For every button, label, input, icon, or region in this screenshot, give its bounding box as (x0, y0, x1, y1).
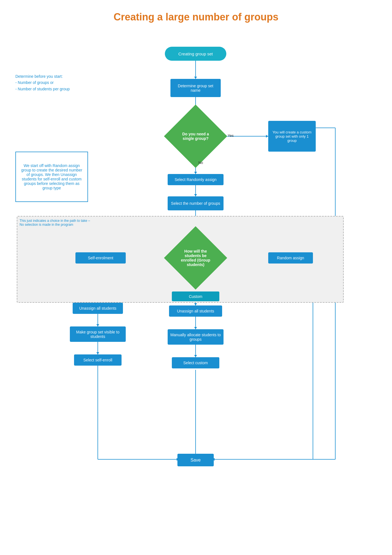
svg-marker-27 (96, 352, 99, 354)
select-self-enroll-box: Select self-enroll (74, 354, 122, 366)
make-visible-box: Make group set visible to students (70, 326, 126, 342)
svg-marker-36 (194, 355, 197, 357)
yes-label: Yes (228, 133, 234, 138)
save-box[interactable]: Save (177, 454, 214, 466)
svg-marker-25 (96, 324, 99, 326)
dashed-note: This just indicates a choice in the path… (20, 219, 131, 227)
creating-group-set-box: Creating group set (165, 47, 226, 61)
svg-marker-11 (194, 172, 197, 174)
self-enrolment-box: Self-enrolment (75, 252, 126, 264)
custom-group-set-1-box: You will create a custom group set with … (268, 121, 316, 152)
no-label: No (198, 161, 203, 165)
flowchart: Determine before you start: - Number of … (0, 31, 392, 549)
diamond-single-group: Do you need a single group? (170, 114, 222, 159)
select-randomly-assign-box: Select Randomly assign (168, 174, 224, 185)
determine-group-set-name-box: Determine group set name (170, 79, 221, 97)
left-info: Determine before you start: - Number of … (15, 73, 94, 92)
svg-marker-32 (194, 303, 197, 305)
svg-marker-34 (194, 327, 197, 329)
unassign-center-box: Unassign all students (169, 305, 222, 317)
select-custom-box: Select custom (172, 357, 219, 368)
page-title: Creating a large number of groups (0, 0, 392, 31)
note-box: We start off with Random assign group to… (15, 152, 88, 202)
select-number-of-groups-box: Select the number of groups (168, 196, 224, 210)
diamond-enrollment: How will the students be enrolled (Group… (170, 236, 222, 280)
manually-allocate-box: Manually allocate students to groups (168, 329, 224, 345)
random-assign-box: Random assign (268, 252, 313, 264)
svg-marker-5 (266, 135, 268, 138)
custom-box: Custom (172, 291, 219, 301)
svg-marker-13 (194, 194, 197, 196)
svg-marker-1 (194, 77, 197, 79)
unassign-left-box: Unassign all students (73, 303, 123, 314)
